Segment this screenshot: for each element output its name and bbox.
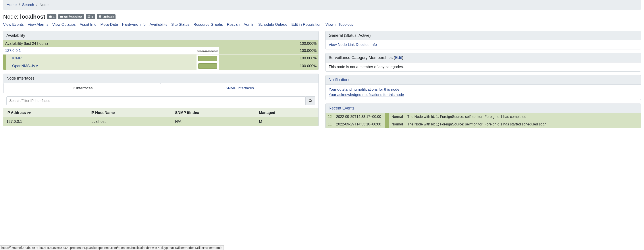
svg-rect-6: [90, 17, 90, 18]
event-severity: Normal: [389, 113, 405, 121]
availability-ip-link[interactable]: 127.0.0.1: [5, 49, 21, 53]
surveillance-body: This node is not a member of any categor…: [326, 63, 641, 71]
service-link-icmp[interactable]: ICMP: [12, 56, 22, 60]
svg-rect-7: [90, 18, 90, 18]
general-panel: General (Status: Active) View Node Link …: [325, 31, 641, 49]
cell-ifindex: N/A: [172, 117, 256, 126]
cell-ip: 127.0.0.1: [3, 117, 88, 126]
link-schedule-outage[interactable]: Schedule Outage: [258, 22, 287, 27]
link-availability[interactable]: Availability: [150, 22, 167, 27]
availability-ticks: 0022:0000:0002:0004:0006:0008:0010:0012:…: [198, 48, 217, 53]
event-id-link[interactable]: 11: [328, 122, 332, 126]
link-view-alarms[interactable]: View Alarms: [28, 22, 48, 27]
link-site-status[interactable]: Site Status: [171, 22, 190, 27]
interface-search-button[interactable]: [306, 96, 315, 105]
badge-node-id: 1: [47, 14, 56, 19]
recent-events-header-link[interactable]: Recent Events: [329, 106, 354, 110]
availability-timeline: [198, 56, 217, 61]
link-hardware-info[interactable]: Hardware Info: [122, 22, 146, 27]
qrcode-icon: [88, 15, 90, 19]
surveillance-panel-header: Surveillance Category Memberships (Edit): [326, 53, 641, 63]
database-icon: [49, 15, 52, 19]
breadcrumb-search[interactable]: Search: [22, 3, 34, 7]
col-ip-address[interactable]: IP Address↓ᴬᴢ: [3, 108, 88, 117]
svg-rect-4: [90, 15, 90, 16]
cell-managed: M: [256, 117, 318, 126]
badge-foreign-source: selfmonitor: [58, 14, 84, 19]
cell-host: localhost: [88, 117, 172, 126]
table-row[interactable]: 127.0.0.1 localhost N/A M: [3, 117, 318, 126]
surveillance-panel: Surveillance Category Memberships (Edit)…: [325, 53, 641, 72]
sort-asc-icon: ↓ᴬᴢ: [27, 111, 30, 115]
node-interfaces-panel: Node Interfaces IP Interfaces SNMP Inter…: [3, 74, 319, 126]
event-row: 11 2022-09-29T14:33:10+00:00 Normal The …: [326, 121, 641, 128]
recent-events-header: Recent Events: [326, 104, 641, 113]
interface-tabs: IP Interfaces SNMP Interfaces: [3, 83, 318, 93]
service-pct: 100.000%: [219, 55, 318, 62]
notifications-acknowledged-link[interactable]: Your acknowledged notifications for this…: [329, 93, 404, 97]
availability-ip-pct: 100.000%: [219, 47, 318, 55]
svg-rect-5: [88, 17, 88, 18]
action-linkbar: View Events View Alarms View Outages Ass…: [3, 22, 641, 27]
breadcrumb-sep: /: [36, 3, 38, 7]
notifications-panel: Notifications Your outstanding notificat…: [325, 75, 641, 100]
search-icon: [309, 99, 312, 103]
link-admin[interactable]: Admin: [244, 22, 254, 27]
link-rescan[interactable]: Rescan: [227, 22, 240, 27]
page-title-row: Node: localhost 1 selfmonitor 1 Default: [3, 13, 641, 20]
col-managed[interactable]: Managed: [256, 108, 318, 117]
tab-snmp-interfaces[interactable]: SNMP Interfaces: [161, 83, 318, 93]
badge-foreign-id: 1: [86, 14, 95, 19]
node-interfaces-header: Node Interfaces: [3, 74, 318, 83]
event-message: The Node with Id: 1; ForeignSource: self…: [405, 121, 641, 128]
availability-timeline: [198, 63, 217, 69]
severity-bar: [385, 113, 389, 121]
interface-search-input[interactable]: [6, 96, 306, 105]
breadcrumb-current: Node: [40, 3, 49, 7]
availability-header-pct: 100.000%: [219, 40, 318, 47]
ip-interfaces-table: IP Address↓ᴬᴢ IP Host Name SNMP ifIndex …: [3, 108, 318, 126]
link-edit-in-requisition[interactable]: Edit in Requisition: [291, 22, 321, 27]
badge-location: Default: [97, 14, 116, 19]
recent-events-table: 12 2022-09-29T14:33:17+00:00 Normal The …: [326, 113, 641, 128]
col-ip-hostname[interactable]: IP Host Name: [88, 108, 172, 117]
notifications-panel-header: Notifications: [326, 75, 641, 85]
availability-panel: Availability Availability (last 24 hours…: [3, 31, 319, 70]
event-time: 2022-09-29T14:33:17+00:00: [334, 113, 385, 121]
link-meta-data[interactable]: Meta-Data: [100, 22, 118, 27]
event-time: 2022-09-29T14:33:10+00:00: [334, 121, 385, 128]
link-resource-graphs[interactable]: Resource Graphs: [194, 22, 223, 27]
breadcrumb: Home / Search / Node: [3, 0, 641, 10]
severity-stripe: [3, 55, 6, 62]
view-node-link-detailed-info[interactable]: View Node Link Detailed Info: [329, 43, 377, 47]
link-asset-info[interactable]: Asset Info: [80, 22, 96, 27]
service-pct: 100.000%: [219, 62, 318, 70]
availability-table: Availability (last 24 hours) 100.000% 12…: [3, 40, 318, 70]
hdd-icon: [60, 15, 63, 19]
surveillance-edit-link[interactable]: Edit: [395, 55, 402, 60]
event-id-link[interactable]: 12: [328, 115, 332, 119]
tab-ip-interfaces[interactable]: IP Interfaces: [3, 83, 161, 93]
link-view-in-topology[interactable]: View in Topology: [326, 22, 354, 27]
severity-stripe: [3, 62, 6, 70]
event-severity: Normal: [389, 121, 405, 128]
severity-bar: [385, 121, 389, 128]
map-pin-icon: [98, 15, 102, 19]
notifications-header-link[interactable]: Notifications: [329, 78, 350, 82]
page-title: Node: localhost: [3, 13, 45, 20]
event-row: 12 2022-09-29T14:33:17+00:00 Normal The …: [326, 113, 641, 121]
breadcrumb-sep: /: [19, 3, 20, 7]
general-panel-header: General (Status: Active): [326, 31, 641, 40]
availability-panel-header: Availability: [3, 31, 318, 40]
link-view-events[interactable]: View Events: [3, 22, 24, 27]
link-view-outages[interactable]: View Outages: [52, 22, 76, 27]
col-snmp-ifindex[interactable]: SNMP ifIndex: [172, 108, 256, 117]
breadcrumb-home[interactable]: Home: [7, 3, 16, 7]
event-message: The Node with Id: 1; ForeignSource: self…: [405, 113, 641, 121]
svg-point-2: [61, 17, 61, 17]
availability-header-label: Availability (last 24 hours): [3, 40, 219, 47]
service-link-opennms-jvm[interactable]: OpenNMS-JVM: [12, 64, 38, 68]
interface-search-group: [6, 96, 315, 105]
recent-events-panel: Recent Events 12 2022-09-29T14:33:17+00:…: [325, 104, 641, 128]
notifications-outstanding-link[interactable]: Your outstanding notifications for this …: [329, 87, 400, 92]
